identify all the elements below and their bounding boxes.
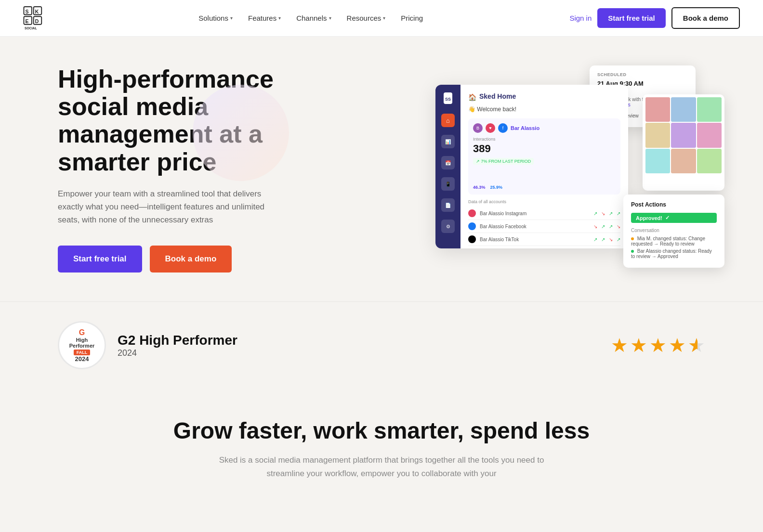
table-row: Bar Alassio TikTok ↗ ↗ ↘ ↗	[468, 233, 620, 246]
g2-high-label: High	[76, 337, 88, 343]
g2-title: G2 High Performer	[118, 333, 237, 348]
checkmark-icon: ✓	[665, 215, 670, 221]
bottom-body: Sked is a social media management platfo…	[218, 454, 545, 480]
nav-pricing[interactable]: Pricing	[401, 14, 423, 22]
conversation-label: Conversation	[631, 228, 717, 233]
sidebar-icon[interactable]: ⚙	[441, 220, 455, 233]
sidebar-icon[interactable]: 📱	[441, 177, 455, 191]
account-name: Bar Alassio	[511, 125, 539, 131]
bar1-pct: 46.3%	[473, 185, 486, 190]
nav-book-demo-button[interactable]: Book a demo	[671, 7, 740, 29]
bar2-pct: 25.9%	[490, 185, 503, 190]
interactions-value: 389	[473, 143, 616, 155]
navbar: S K E D SOCIAL Solutions ▾ Features ▾ Ch…	[0, 0, 763, 37]
photo-cell	[645, 97, 670, 122]
hero-content: High-performance social media management…	[58, 65, 308, 272]
logo[interactable]: S K E D SOCIAL	[23, 6, 52, 31]
g2-performer-label: Performer	[69, 343, 95, 349]
row-name: Bar Alassio Instagram	[480, 211, 526, 216]
table-row: Bar Alassio Facebook ↘ ↗ ↗ ↘	[468, 220, 620, 233]
hero-start-free-trial-button[interactable]: Start free trial	[58, 246, 142, 272]
chevron-down-icon: ▾	[383, 15, 385, 21]
photo-cell	[671, 123, 696, 147]
total-label: Total ↗	[468, 246, 620, 248]
photo-grid-card	[643, 94, 724, 191]
svg-text:D: D	[35, 18, 39, 24]
g2-badge-inner: G High Performer FALL 2024	[58, 321, 106, 369]
photo-cell	[671, 149, 696, 173]
g2-g-label: G	[79, 328, 85, 337]
svg-text:E: E	[26, 18, 29, 24]
facebook-icon	[468, 222, 476, 230]
chevron-down-icon: ▾	[329, 15, 331, 21]
star-rating: ★ ★ ★ ★ ★ ★	[611, 334, 705, 356]
dashboard-content: 🏠 Sked Home 👋 Welcome back! B ♥ f Bar Al…	[460, 85, 628, 248]
svg-text:K: K	[35, 8, 39, 14]
svg-text:SOCIAL: SOCIAL	[25, 26, 37, 29]
nav-channels[interactable]: Channels ▾	[296, 14, 331, 22]
g2-year-label: 2024	[75, 355, 89, 363]
post-actions-title: Post Actions	[631, 201, 717, 208]
period-label: ↗ 7% FROM LAST PERIOD	[473, 158, 534, 165]
sidebar-icon[interactable]: 📅	[441, 156, 455, 169]
star-4: ★	[669, 334, 686, 356]
scheduled-label: SCHEDULED	[597, 72, 688, 77]
g2-text: G2 High Performer 2024	[118, 333, 237, 358]
post-actions-card: Post Actions Approved! ✓ Conversation Mi…	[623, 195, 724, 268]
bottom-heading: Grow faster, work smarter, spend less	[58, 417, 705, 444]
svg-text:S: S	[26, 8, 29, 14]
g2-section: G High Performer FALL 2024 G2 High Perfo…	[0, 301, 763, 389]
conv-message-2: Bar Alassio changed status: Ready to rev…	[631, 248, 717, 259]
g2-left: G High Performer FALL 2024 G2 High Perfo…	[58, 321, 237, 369]
sidebar-icon[interactable]: 📄	[441, 198, 455, 212]
photo-grid	[643, 94, 724, 176]
nav-actions: Sign in Start free trial Book a demo	[569, 7, 740, 29]
g2-badge: G High Performer FALL 2024	[58, 321, 106, 369]
hero-mockup: SCHEDULED 21 Aug 9:30 AM bar_alassio Sta…	[426, 65, 724, 272]
nav-features[interactable]: Features ▾	[248, 14, 281, 22]
photo-cell	[697, 97, 722, 122]
sidebar-home-icon[interactable]: ⌂	[441, 114, 455, 127]
hero-title: High-performance social media management…	[58, 65, 308, 176]
chevron-down-icon: ▾	[230, 15, 233, 21]
sign-in-link[interactable]: Sign in	[569, 14, 592, 22]
row-name: Bar Alassio TikTok	[480, 237, 519, 242]
sked-home-label: Sked Home	[479, 92, 516, 100]
row-name: Bar Alassio Facebook	[480, 224, 526, 229]
welcome-label: 👋 Welcome back!	[468, 106, 620, 113]
tiktok-icon	[468, 235, 476, 243]
bottom-section: Grow faster, work smarter, spend less Sk…	[0, 389, 763, 499]
table-label: Data of all accounts	[468, 199, 620, 204]
photo-cell	[671, 97, 696, 122]
nav-solutions[interactable]: Solutions ▾	[198, 14, 233, 22]
main-dashboard-card: SS ⌂ 📊 📅 📱 📄 ⚙ 🏠 Sked Home 👋 Welcome bac…	[435, 85, 628, 248]
dashboard-sidebar: SS ⌂ 📊 📅 📱 📄 ⚙	[435, 85, 460, 248]
star-3: ★	[649, 334, 667, 356]
g2-year-text: 2024	[118, 348, 237, 358]
photo-cell	[645, 149, 670, 173]
hero-buttons: Start free trial Book a demo	[58, 246, 308, 272]
g2-season-label: FALL	[74, 350, 91, 355]
conv-message-1: Mia M. changed status: Change requested …	[631, 236, 717, 247]
nav-resources[interactable]: Resources ▾	[347, 14, 386, 22]
hero-subtitle: Empower your team with a streamlined too…	[58, 187, 279, 227]
star-5-half: ★ ★	[688, 334, 705, 356]
logo-icon: S K E D SOCIAL	[23, 6, 52, 31]
approved-badge: Approved! ✓	[631, 213, 717, 223]
photo-cell	[697, 123, 722, 147]
approved-label: Approved!	[636, 215, 662, 221]
sidebar-icon[interactable]: 📊	[441, 135, 455, 148]
star-1: ★	[611, 334, 628, 356]
interactions-label: Interactions	[473, 137, 616, 142]
instagram-icon	[468, 209, 476, 217]
nav-links: Solutions ▾ Features ▾ Channels ▾ Resour…	[198, 14, 423, 22]
photo-cell	[645, 123, 670, 147]
chevron-down-icon: ▾	[278, 15, 281, 21]
nav-start-free-trial-button[interactable]: Start free trial	[597, 8, 666, 28]
photo-cell	[697, 149, 722, 173]
star-2: ★	[630, 334, 647, 356]
table-row: Bar Alassio Instagram ↗ ↘ ↗ ↗	[468, 207, 620, 220]
hero-book-demo-button[interactable]: Book a demo	[150, 246, 232, 272]
hero-section: High-performance social media management…	[0, 37, 763, 301]
